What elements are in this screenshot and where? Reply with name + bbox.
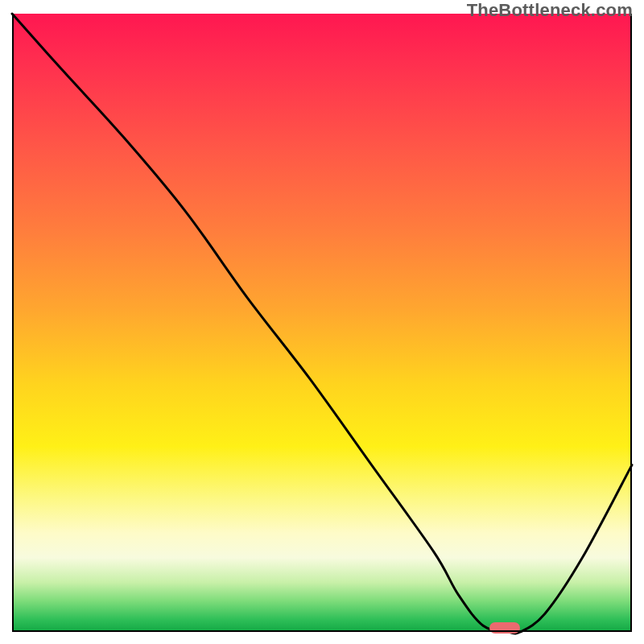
axis-right — [630, 14, 632, 632]
axis-left — [12, 14, 14, 632]
optimal-range-marker — [489, 622, 521, 634]
bottleneck-curve — [12, 14, 632, 632]
axis-bottom — [12, 630, 632, 632]
chart-container: TheBottleneck.com — [0, 0, 644, 644]
watermark-label: TheBottleneck.com — [467, 0, 633, 21]
